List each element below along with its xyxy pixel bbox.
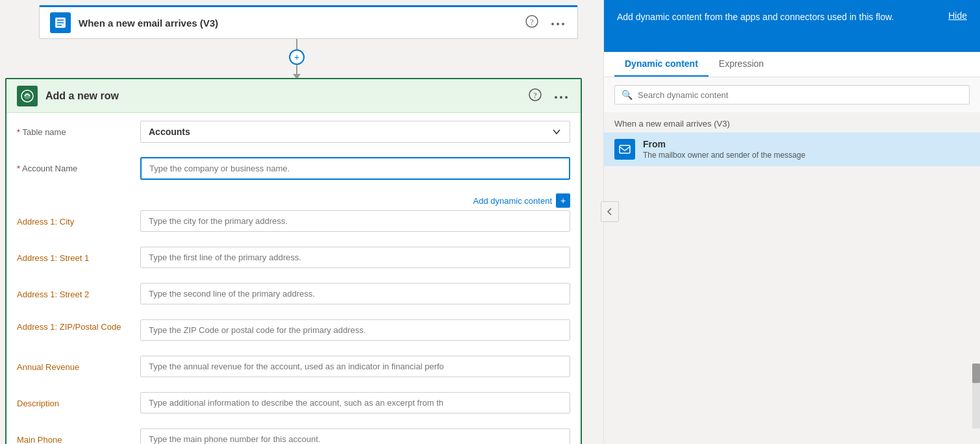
svg-point-14 xyxy=(560,96,562,99)
panel-content: When a new email arrives (V3) From The m… xyxy=(604,112,980,444)
from-item-icon xyxy=(614,139,635,160)
trigger-icon xyxy=(50,12,71,33)
svg-point-6 xyxy=(551,23,554,25)
svg-text:?: ? xyxy=(530,18,533,27)
trigger-help-btn[interactable]: ? xyxy=(523,14,541,32)
from-item-title: From xyxy=(643,139,970,149)
action-title: Add a new row xyxy=(45,90,526,102)
action-icon xyxy=(17,86,38,106)
form-area: Table name Accounts Account Name Add dyn… xyxy=(6,113,581,444)
scrollbar-track[interactable] xyxy=(972,364,980,428)
description-label: Description xyxy=(17,392,140,408)
table-name-value: Accounts xyxy=(149,127,190,137)
action-header: Add a new row ? xyxy=(6,79,581,113)
action-more-btn[interactable] xyxy=(552,89,570,103)
svg-rect-16 xyxy=(620,145,630,153)
address-zip-input[interactable] xyxy=(140,319,570,341)
hide-panel-btn[interactable]: Hide xyxy=(948,10,967,21)
action-actions: ? xyxy=(526,87,570,105)
trigger-title: When a new email arrives (V3) xyxy=(79,18,523,29)
from-item-desc: The mailbox owner and sender of the mess… xyxy=(643,151,970,160)
panel-header: Add dynamic content from the apps and co… xyxy=(604,0,980,52)
description-row: Description xyxy=(17,392,570,423)
account-name-input[interactable] xyxy=(140,157,570,180)
svg-point-15 xyxy=(565,96,568,99)
dynamic-plus-btn[interactable]: + xyxy=(556,193,570,208)
svg-text:?: ? xyxy=(533,91,536,100)
annual-revenue-input[interactable] xyxy=(140,356,570,377)
trigger-card: When a new email arrives (V3) ? xyxy=(39,5,578,39)
description-input[interactable] xyxy=(140,392,570,413)
tab-expression[interactable]: Expression xyxy=(709,52,774,77)
action-help-btn[interactable]: ? xyxy=(526,87,544,105)
address-city-row: Address 1: City xyxy=(17,210,570,241)
address-street2-input[interactable] xyxy=(140,283,570,304)
panel-header-text: Add dynamic content from the apps and co… xyxy=(617,10,894,24)
trigger-more-btn[interactable] xyxy=(549,16,567,30)
account-name-label: Account Name xyxy=(17,157,140,173)
annual-revenue-row: Annual Revenue xyxy=(17,356,570,387)
tab-dynamic-content[interactable]: Dynamic content xyxy=(614,52,709,77)
add-step-btn[interactable]: + xyxy=(289,49,305,65)
svg-point-13 xyxy=(555,96,557,99)
annual-revenue-label: Annual Revenue xyxy=(17,356,140,372)
address-street2-label: Address 1: Street 2 xyxy=(17,283,140,299)
main-phone-label: Main Phone xyxy=(17,428,140,444)
table-name-label: Table name xyxy=(17,121,140,137)
address-zip-row: Address 1: ZIP/Postal Code xyxy=(17,319,570,351)
address-street1-label: Address 1: Street 1 xyxy=(17,247,140,263)
address-street1-row: Address 1: Street 1 xyxy=(17,247,570,278)
connector-line-top xyxy=(296,39,297,49)
main-phone-row: Main Phone xyxy=(17,428,570,444)
table-name-row: Table name Accounts xyxy=(17,121,570,152)
collapse-panel-btn[interactable] xyxy=(601,201,619,222)
main-phone-input[interactable] xyxy=(140,428,570,444)
add-dynamic-content-link[interactable]: Add dynamic content xyxy=(473,196,552,206)
address-zip-label: Address 1: ZIP/Postal Code xyxy=(17,319,140,333)
connector: + xyxy=(289,39,305,75)
right-panel: Add dynamic content from the apps and co… xyxy=(603,0,980,444)
connector-arrow xyxy=(296,65,297,75)
svg-point-7 xyxy=(557,23,559,25)
action-card: Add a new row ? Table name xyxy=(5,78,582,444)
svg-point-8 xyxy=(562,23,564,25)
from-item-text: From The mailbox owner and sender of the… xyxy=(643,139,970,160)
from-item[interactable]: From The mailbox owner and sender of the… xyxy=(604,132,980,166)
panel-tabs: Dynamic content Expression xyxy=(604,52,980,77)
account-name-row: Account Name xyxy=(17,157,570,188)
trigger-actions: ? xyxy=(523,14,567,32)
search-dynamic-input[interactable] xyxy=(638,90,962,100)
table-name-select[interactable]: Accounts xyxy=(140,121,570,143)
search-icon: 🔍 xyxy=(622,90,633,100)
chevron-down-icon xyxy=(551,127,562,137)
address-street1-input[interactable] xyxy=(140,247,570,268)
scrollbar-thumb[interactable] xyxy=(972,364,980,383)
address-city-label: Address 1: City xyxy=(17,210,140,227)
address-city-input[interactable] xyxy=(140,210,570,232)
search-box: 🔍 xyxy=(614,85,970,105)
dynamic-content-row: Add dynamic content + xyxy=(17,193,570,208)
panel-section-header: When a new email arrives (V3) xyxy=(604,112,980,132)
address-street2-row: Address 1: Street 2 xyxy=(17,283,570,314)
canvas-area: When a new email arrives (V3) ? + xyxy=(0,0,604,444)
